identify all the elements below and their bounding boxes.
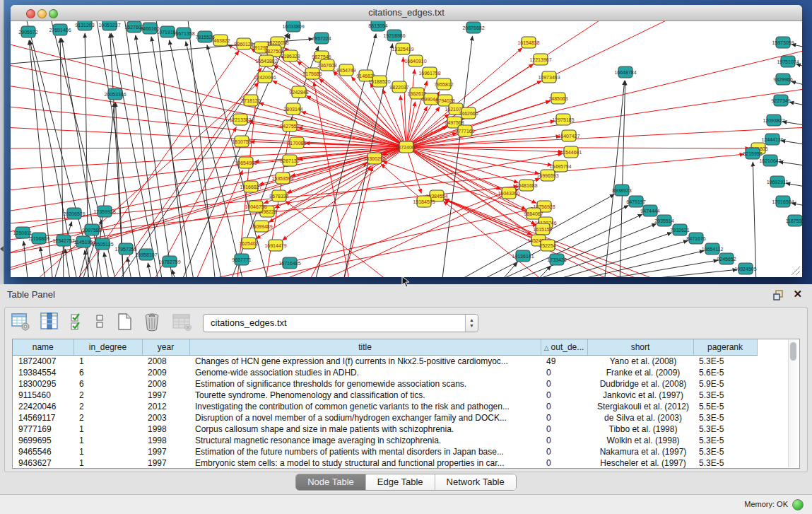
graph-edge[interactable] (283, 147, 406, 240)
table-cell[interactable]: 1998 (142, 424, 189, 435)
column-header-year[interactable]: year (142, 339, 189, 356)
table-cell[interactable]: 5.3E-5 (693, 424, 757, 435)
table-row[interactable]: 977716911998Corpus callosum shape and si… (13, 424, 757, 435)
table-cell[interactable]: 2008 (142, 356, 189, 368)
graph-edge[interactable] (32, 83, 259, 277)
create-column-icon[interactable] (115, 312, 134, 332)
table-cell[interactable]: 1 (73, 435, 142, 446)
graph-edge[interactable] (782, 122, 802, 126)
graph-edge[interactable] (148, 263, 152, 277)
delete-table-icon[interactable] (171, 312, 192, 332)
table-cell[interactable]: 1 (73, 424, 142, 435)
table-settings-icon[interactable] (11, 312, 30, 332)
table-cell[interactable]: Nakamura et al. (1997) (587, 446, 693, 457)
column-header-short[interactable]: short (587, 339, 693, 356)
table-cell[interactable]: 2008 (142, 378, 189, 390)
table-row[interactable]: 969969511998Structural magnetic resonanc… (13, 435, 757, 446)
graph-edge[interactable] (442, 36, 473, 277)
table-cell[interactable]: 1 (73, 446, 142, 457)
graph-edge[interactable] (604, 81, 625, 277)
graph-edge[interactable] (95, 103, 114, 277)
row-height-icon[interactable] (94, 312, 105, 332)
table-cell[interactable]: 0 (541, 401, 587, 412)
table-cell[interactable]: Estimation of the future numbers of pati… (189, 446, 541, 457)
table-cell[interactable]: 0 (541, 457, 587, 469)
network-canvas[interactable]: 1872400792428482803144842755291700818267… (11, 21, 802, 277)
tab-network-table[interactable]: Network Table (435, 474, 516, 490)
table-cell[interactable]: Stergiakouli et al. (2012) (587, 401, 693, 412)
table-cell[interactable]: 2 (73, 412, 142, 424)
graph-edge[interactable] (576, 260, 718, 277)
table-cell[interactable]: de Silva et al. (2003) (587, 412, 693, 424)
graph-edge[interactable] (498, 262, 517, 277)
table-selector-dropdown[interactable]: citations_edges.txt ▲▼ (203, 314, 478, 332)
table-cell[interactable]: 0 (541, 367, 587, 378)
table-cell[interactable]: 1997 (142, 457, 189, 469)
table-cell[interactable]: Embryonic stem cells: a model to study s… (189, 457, 541, 469)
table-cell[interactable]: 2 (73, 401, 142, 412)
table-row[interactable]: 946554611997Estimation of the future num… (13, 446, 757, 457)
selection-mode-icon[interactable] (69, 312, 85, 332)
table-cell[interactable]: 6 (73, 367, 142, 378)
table-row[interactable]: 1872400712008Changes of HCN gene express… (13, 356, 757, 368)
table-cell[interactable]: Jankovic et al. (1997) (587, 390, 693, 401)
table-cell[interactable]: 1998 (142, 435, 189, 446)
table-cell[interactable]: Hescheler et al. (1997) (587, 457, 693, 469)
table-cell[interactable]: 0 (541, 424, 587, 435)
table-cell[interactable]: Yano et al. (2008) (587, 356, 693, 368)
table-cell[interactable]: 5.6E-5 (693, 367, 757, 378)
table-cell[interactable]: 9699695 (13, 435, 73, 446)
citation-graph[interactable]: 1872400792428482803144842755291700818267… (11, 21, 802, 277)
graph-edge[interactable] (792, 81, 802, 86)
graph-edge[interactable] (11, 106, 406, 147)
table-scrollbar-thumb[interactable] (790, 342, 796, 361)
table-cell[interactable]: 49 (541, 356, 587, 368)
table-cell[interactable]: Tibbo et al. (1998) (587, 424, 693, 435)
close-panel-icon[interactable]: ✕ (793, 288, 802, 300)
graph-edge[interactable] (124, 21, 163, 277)
table-cell[interactable]: 5.3E-5 (693, 446, 757, 457)
table-cell[interactable]: 5.3E-5 (693, 356, 757, 368)
table-row[interactable]: 2242004622012Investigating the contribut… (13, 401, 757, 412)
graph-edge[interactable] (111, 33, 159, 277)
table-cell[interactable]: 14569117 (13, 412, 73, 424)
table-cell[interactable]: Disruption of a novel member of a sodium… (189, 412, 541, 424)
resize-grip-icon[interactable] (789, 264, 801, 276)
graph-edge[interactable] (620, 81, 625, 277)
tab-edge-table[interactable]: Edge Table (365, 474, 435, 490)
graph-edge[interactable] (779, 162, 802, 166)
table-cell[interactable]: Franke et al. (2009) (587, 367, 693, 378)
table-cell[interactable]: Dudbridge et al. (2008) (587, 378, 693, 390)
table-cell[interactable]: Corpus callosum shape and size in male p… (189, 424, 541, 435)
graph-edge[interactable] (151, 37, 194, 277)
table-cell[interactable]: 1 (73, 457, 142, 469)
table-cell[interactable]: 9115460 (13, 390, 73, 401)
graph-edge[interactable] (753, 162, 756, 277)
table-cell[interactable]: 9465546 (13, 446, 73, 457)
table-row[interactable]: 1830029562008Estimation of significance … (13, 378, 757, 390)
column-display-icon[interactable] (40, 312, 59, 332)
graph-edge[interactable] (781, 141, 802, 145)
column-header-pagerank[interactable]: pagerank (693, 339, 757, 356)
tab-node-table[interactable]: Node Table (296, 474, 365, 490)
table-cell[interactable]: Changes of HCN gene expression and I(f) … (189, 356, 541, 368)
table-cell[interactable]: 9777169 (13, 424, 73, 435)
table-cell[interactable]: 22420046 (13, 401, 73, 412)
column-header-in-degree[interactable]: in_degree (73, 339, 142, 356)
network-view-window[interactable]: citations_edges.txt 18724007924284828031… (11, 5, 802, 277)
table-cell[interactable]: 19384554 (13, 367, 73, 378)
network-window-titlebar[interactable]: citations_edges.txt (11, 5, 802, 21)
node-table[interactable]: namein_degreeyeartitle△out_de...shortpag… (12, 339, 800, 469)
table-cell[interactable]: 2003 (142, 412, 189, 424)
table-cell[interactable]: 1 (73, 356, 142, 368)
table-row[interactable]: 1456911722003Disruption of a novel membe… (13, 412, 757, 424)
graph-edge[interactable] (136, 35, 173, 277)
graph-edge[interactable] (406, 107, 440, 147)
table-header-row[interactable]: namein_degreeyeartitle△out_de...shortpag… (13, 339, 757, 356)
graph-edge[interactable] (789, 102, 802, 106)
graph-edge[interactable] (286, 201, 392, 277)
table-cell[interactable]: 9463627 (13, 457, 73, 469)
table-cell[interactable]: 18300295 (13, 378, 73, 390)
graph-edge[interactable] (11, 147, 406, 148)
table-cell[interactable]: 1997 (142, 446, 189, 457)
